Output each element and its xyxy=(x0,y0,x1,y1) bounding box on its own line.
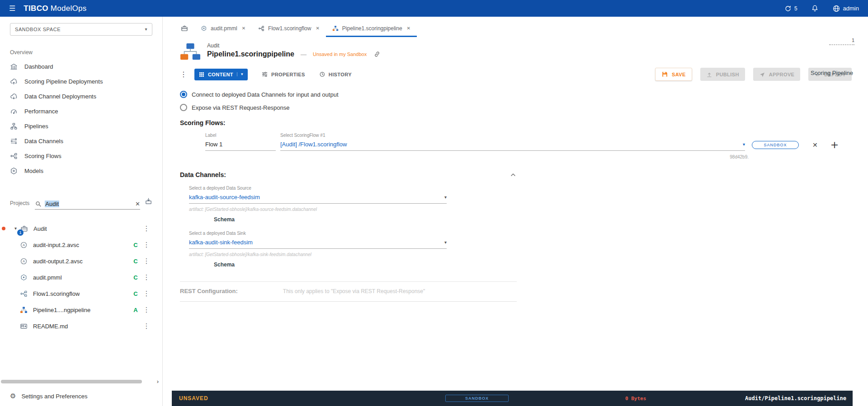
scoringflow-select[interactable]: [Audit] /Flow1.scoringflow ▾ xyxy=(280,141,745,151)
tree-item-audit-pmml[interactable]: audit.pmml C ⋮ xyxy=(0,269,162,285)
settings-and-preferences[interactable]: ⚙ Settings and Preferences xyxy=(0,387,162,406)
tree-item-pipeline1-scoringpipeline[interactable]: Pipeline1....ngpipeline A ⋮ xyxy=(0,302,162,318)
sidebar-item-data-channels[interactable]: Data Channels xyxy=(0,134,162,149)
sidebar-item-label: Scoring Pipeline Deployments xyxy=(24,78,103,85)
tree-item-readme-md[interactable]: README.md ⋮ xyxy=(0,318,162,334)
flow-label-input[interactable]: Flow 1 xyxy=(205,141,276,151)
user-menu[interactable]: admin xyxy=(832,5,859,13)
cloud-download-icon xyxy=(10,93,18,100)
kebab-menu-icon[interactable]: ⋮ xyxy=(142,290,151,297)
kebab-menu-icon[interactable]: ⋮ xyxy=(180,71,187,78)
close-icon[interactable]: ✕ xyxy=(316,26,319,31)
sidebar-item-scoring-pipeline-deployments[interactable]: Scoring Pipeline Deployments xyxy=(0,74,162,89)
horizontal-scrollbar[interactable]: › xyxy=(0,379,162,384)
modified-indicator-dot xyxy=(2,227,5,230)
schema-expander[interactable]: Schema xyxy=(214,261,852,268)
globe-avatar-icon xyxy=(832,5,840,13)
radio-expose-rest[interactable]: Expose via REST Request-Response xyxy=(180,104,852,111)
sidebar-item-data-channel-deployments[interactable]: Data Channel Deployments xyxy=(0,89,162,104)
publish-button[interactable]: PUBLISH xyxy=(700,68,745,81)
kebab-menu-icon[interactable]: ⋮ xyxy=(142,307,151,313)
chevron-down-icon: ▾ xyxy=(145,27,147,32)
rest-configuration-title: REST Configuration: xyxy=(180,288,238,294)
tree-item-audit-output-avsc[interactable]: A audit-output.2.avsc C ⋮ xyxy=(0,253,162,269)
tab-audit-pmml[interactable]: audit.pmml ✕ xyxy=(194,23,252,37)
collapse-section-button[interactable] xyxy=(509,171,517,178)
tab-project[interactable] xyxy=(175,23,194,37)
scoringpipeline-file-icon xyxy=(20,306,28,314)
svg-text:A: A xyxy=(23,260,25,263)
space-selector[interactable]: SANDBOX SPACE ▾ xyxy=(10,23,152,36)
data-sink-group: Select a deployed Data Sink kafka-audit-… xyxy=(189,231,852,268)
data-sink-select[interactable]: kafka-audit-sink-feedsim ▾ xyxy=(189,239,447,249)
tab-pipeline1-scoringpipeline[interactable]: Pipeline1.scoringpipeline ✕ xyxy=(326,23,417,37)
history-view-button[interactable]: HISTORY xyxy=(319,71,352,78)
remove-flow-button[interactable]: ✕ xyxy=(812,142,818,148)
sidebar-item-label: Models xyxy=(24,168,43,174)
title-separator: — xyxy=(301,51,307,58)
unsaved-state-label: UNSAVED xyxy=(179,395,208,401)
kebab-menu-icon[interactable]: ⋮ xyxy=(142,242,151,248)
radio-unselected-icon[interactable] xyxy=(180,104,187,111)
status-badge: C xyxy=(131,290,141,297)
radio-connect-data-channels[interactable]: Connect to deployed Data Channels for in… xyxy=(180,91,852,98)
expand-caret-icon[interactable]: ▾ xyxy=(14,226,17,231)
sidebar-item-models[interactable]: Models xyxy=(0,163,162,178)
step-dotted-line xyxy=(829,44,854,45)
import-project-button[interactable] xyxy=(145,197,152,207)
scrollbar-thumb[interactable] xyxy=(1,380,142,383)
document-header: Audit Pipeline1.scoringpipeline — Unsave… xyxy=(180,42,850,61)
search-value: Audit xyxy=(45,201,59,207)
sidebar-item-dashboard[interactable]: Dashboard xyxy=(0,59,162,74)
save-button[interactable]: SAVE xyxy=(655,68,692,81)
kebab-menu-icon[interactable]: ⋮ xyxy=(142,274,151,281)
content-view-button[interactable]: CONTENT ▾ xyxy=(194,69,248,80)
close-icon[interactable]: ✕ xyxy=(407,26,410,31)
status-bar: UNSAVED SANDBOX 0 Bytes Audit/Pipeline1.… xyxy=(172,391,853,406)
editor-tabbar: audit.pmml ✕ Flow1.scoringflow ✕ Pipelin… xyxy=(175,23,868,37)
sidebar: SANDBOX SPACE ▾ Overview Dashboard Scori… xyxy=(0,17,163,406)
file-name: audit.pmml xyxy=(33,274,62,281)
kebab-menu-icon[interactable]: ⋮ xyxy=(142,225,151,232)
properties-view-button[interactable]: PROPERTIES xyxy=(261,71,305,78)
sidebar-item-scoring-flows[interactable]: Scoring Flows xyxy=(0,149,162,163)
kebab-menu-icon[interactable]: ⋮ xyxy=(142,258,151,265)
schema-expander[interactable]: Schema xyxy=(214,216,852,223)
status-badge: A xyxy=(131,307,141,313)
kebab-menu-icon[interactable]: ⋮ xyxy=(142,323,151,330)
rest-configuration-hint: This only applies to "Expose via REST Re… xyxy=(283,288,425,294)
approve-label: APPROVE xyxy=(769,72,795,77)
clear-search-icon[interactable]: ✕ xyxy=(135,201,140,207)
sidebar-item-performance[interactable]: Performance xyxy=(0,104,162,119)
brand-product: ModelOps xyxy=(51,4,87,13)
radio-selected-icon[interactable] xyxy=(180,91,187,98)
username-label: admin xyxy=(843,5,859,12)
sidebar-item-pipelines[interactable]: Pipelines xyxy=(0,119,162,134)
data-sink-caption: Select a deployed Data Sink xyxy=(189,231,852,236)
tab-flow1-scoringflow[interactable]: Flow1.scoringflow ✕ xyxy=(252,23,326,37)
file-name: Pipeline1....ngpipeline xyxy=(33,307,90,313)
data-source-select[interactable]: kafka-audit-source-feedsim ▾ xyxy=(189,194,447,204)
scroll-right-arrow-icon[interactable]: › xyxy=(157,378,159,385)
data-channels-icon xyxy=(10,137,18,145)
project-name: Audit xyxy=(33,225,47,232)
tree-item-flow1-scoringflow[interactable]: Flow1.scoringflow C ⋮ xyxy=(0,285,162,302)
project-search-input[interactable]: Audit ✕ xyxy=(35,201,140,210)
sync-status-button[interactable]: 5 xyxy=(784,5,797,12)
add-flow-button[interactable]: + xyxy=(830,140,839,150)
editor-toolbar: ⋮ CONTENT ▾ PROPERTIES HISTORY xyxy=(180,68,852,81)
close-icon[interactable]: ✕ xyxy=(242,26,245,31)
tree-item-project-audit[interactable]: ▾ 1 Audit ⋮ xyxy=(0,220,162,237)
copy-link-button[interactable] xyxy=(373,50,381,58)
hamburger-menu-icon[interactable]: ☰ xyxy=(9,5,15,12)
scoringpipeline-file-icon xyxy=(332,25,339,32)
sidebar-bottom: › ⚙ Settings and Preferences xyxy=(0,379,162,406)
project-briefcase-icon: 1 xyxy=(20,225,28,233)
projects-label: Projects xyxy=(10,200,29,210)
tree-item-audit-input-avsc[interactable]: A audit-input.2.avsc C ⋮ xyxy=(0,237,162,253)
data-source-caption: Select a deployed Data Source xyxy=(189,186,852,191)
data-sink-value: kafka-audit-sink-feedsim xyxy=(189,239,253,246)
chevron-down-icon: ▾ xyxy=(444,195,447,200)
notifications-button[interactable] xyxy=(811,5,819,12)
approve-button[interactable]: APPROVE xyxy=(753,68,801,81)
